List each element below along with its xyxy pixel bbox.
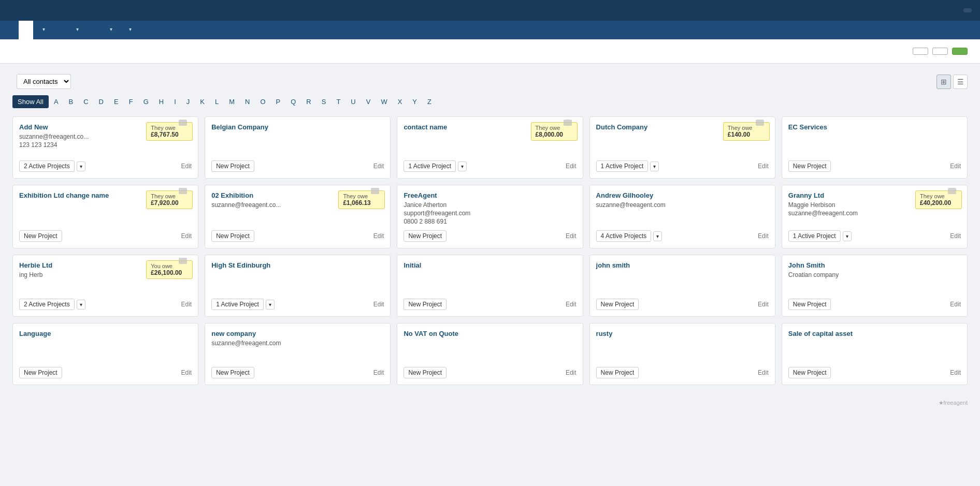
new-project-button[interactable]: New Project (403, 299, 446, 310)
new-project-button[interactable]: New Project (211, 160, 254, 172)
new-project-button[interactable]: New Project (596, 299, 639, 310)
alpha-btn-k[interactable]: K (195, 95, 210, 108)
import-contacts-button[interactable] (913, 48, 928, 55)
new-project-button[interactable]: New Project (19, 367, 62, 378)
nav-mymoney[interactable]: ▾ (67, 21, 86, 39)
export-contacts-button[interactable] (932, 48, 948, 55)
edit-contact-link[interactable]: Edit (373, 232, 384, 240)
projects-dropdown-button[interactable]: ▾ (458, 161, 467, 171)
grid-view-button[interactable]: ⊞ (936, 75, 951, 89)
projects-dropdown-button[interactable]: ▾ (77, 300, 85, 310)
new-project-button[interactable]: New Project (788, 299, 831, 310)
projects-dropdown-button[interactable]: ▾ (266, 300, 275, 310)
edit-contact-link[interactable]: Edit (566, 301, 577, 308)
edit-contact-link[interactable]: Edit (758, 232, 769, 240)
add-new-contact-button[interactable] (952, 48, 968, 55)
nav-contacts[interactable] (19, 21, 33, 39)
alpha-btn-v[interactable]: V (361, 95, 376, 108)
active-projects-button[interactable]: 4 Active Projects (596, 230, 652, 242)
new-project-button[interactable]: New Project (211, 367, 254, 378)
edit-contact-link[interactable]: Edit (758, 301, 769, 308)
contact-name[interactable]: Andrew Gilhooley (596, 192, 769, 199)
alpha-btn-y[interactable]: Y (407, 95, 422, 108)
edit-contact-link[interactable]: Edit (758, 163, 769, 170)
new-project-button[interactable]: New Project (211, 230, 254, 242)
contact-name[interactable]: John Smith (788, 261, 961, 269)
projects-dropdown-button[interactable]: ▾ (650, 161, 659, 171)
new-project-button[interactable]: New Project (788, 367, 831, 378)
list-view-button[interactable]: ☰ (953, 75, 968, 89)
edit-contact-link[interactable]: Edit (373, 301, 384, 308)
alpha-btn-j[interactable]: J (181, 95, 195, 108)
alpha-btn-q[interactable]: Q (285, 95, 301, 108)
contact-name[interactable]: new company (211, 330, 384, 337)
active-projects-button[interactable]: 2 Active Projects (19, 160, 75, 172)
edit-contact-link[interactable]: Edit (950, 163, 961, 170)
alpha-btn-f[interactable]: F (124, 95, 138, 108)
contact-name[interactable]: EC Services (788, 123, 961, 131)
alpha-btn-z[interactable]: Z (422, 95, 437, 108)
contact-name[interactable]: Sale of capital asset (788, 330, 961, 337)
contact-name[interactable]: FreeAgent (403, 192, 576, 199)
contacts-filter-select[interactable]: All contacts Customers Suppliers Archive… (17, 74, 71, 89)
projects-dropdown-button[interactable]: ▾ (77, 161, 85, 171)
active-projects-button[interactable]: 1 Active Project (211, 299, 264, 310)
edit-contact-link[interactable]: Edit (950, 301, 961, 308)
alpha-btn-n[interactable]: N (240, 95, 255, 108)
alpha-btn-o[interactable]: O (255, 95, 270, 108)
projects-dropdown-button[interactable]: ▾ (843, 231, 852, 241)
contact-name[interactable]: No VAT on Quote (403, 330, 576, 337)
alpha-btn-w[interactable]: W (376, 95, 392, 108)
alpha-btn-m[interactable]: M (224, 95, 240, 108)
new-project-button[interactable]: New Project (19, 230, 62, 242)
nav-bills[interactable] (52, 21, 67, 39)
contact-name[interactable]: High St Edinburgh (211, 261, 384, 269)
alpha-btn-p[interactable]: P (271, 95, 286, 108)
edit-contact-link[interactable]: Edit (181, 301, 192, 308)
alpha-btn-l[interactable]: L (210, 95, 224, 108)
new-project-button[interactable]: New Project (596, 367, 639, 378)
edit-contact-link[interactable]: Edit (758, 369, 769, 376)
edit-contact-link[interactable]: Edit (373, 369, 384, 376)
alpha-btn-show-all[interactable]: Show All (12, 95, 49, 108)
alpha-btn-s[interactable]: S (316, 95, 332, 108)
alpha-btn-g[interactable]: G (138, 95, 154, 108)
alpha-btn-b[interactable]: B (64, 95, 79, 108)
contact-name[interactable]: Belgian Company (211, 123, 384, 131)
edit-contact-link[interactable]: Edit (566, 163, 577, 170)
nav-taxes[interactable]: ▾ (100, 21, 120, 39)
edit-contact-link[interactable]: Edit (181, 163, 192, 170)
nav-banking[interactable] (86, 21, 100, 39)
edit-contact-link[interactable]: Edit (566, 232, 577, 240)
new-project-button[interactable]: New Project (403, 367, 446, 378)
alpha-btn-r[interactable]: R (301, 95, 316, 108)
new-project-button[interactable]: New Project (403, 230, 446, 242)
edit-contact-link[interactable]: Edit (950, 369, 961, 376)
contact-name[interactable]: Initial (403, 261, 576, 269)
nav-overview[interactable] (4, 21, 19, 39)
alpha-btn-c[interactable]: C (78, 95, 93, 108)
active-projects-button[interactable]: 2 Active Projects (19, 299, 75, 310)
contact-name[interactable]: john smith (596, 261, 769, 269)
edit-contact-link[interactable]: Edit (373, 163, 384, 170)
user-menu-button[interactable] (963, 8, 972, 12)
edit-contact-link[interactable]: Edit (181, 232, 192, 240)
contact-name[interactable]: Language (19, 330, 192, 337)
active-projects-button[interactable]: 1 Active Project (788, 230, 841, 242)
edit-contact-link[interactable]: Edit (950, 232, 961, 240)
nav-work[interactable]: ▾ (33, 21, 52, 39)
projects-dropdown-button[interactable]: ▾ (653, 231, 662, 241)
alpha-btn-t[interactable]: T (331, 95, 345, 108)
new-project-button[interactable]: New Project (788, 160, 831, 172)
contact-name[interactable]: rusty (596, 330, 769, 337)
nav-accounting[interactable]: ▾ (120, 21, 139, 39)
alpha-btn-h[interactable]: H (154, 95, 169, 108)
active-projects-button[interactable]: 1 Active Project (403, 160, 456, 172)
edit-contact-link[interactable]: Edit (566, 369, 577, 376)
alpha-btn-x[interactable]: X (393, 95, 408, 108)
alpha-btn-d[interactable]: D (94, 95, 109, 108)
alpha-btn-a[interactable]: A (49, 95, 64, 108)
alpha-btn-i[interactable]: I (169, 95, 181, 108)
active-projects-button[interactable]: 1 Active Project (596, 160, 648, 172)
alpha-btn-u[interactable]: U (345, 95, 361, 108)
